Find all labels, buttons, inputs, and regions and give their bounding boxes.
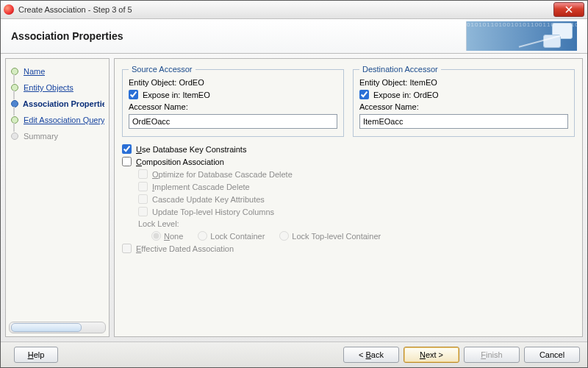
title-bar: Create Association - Step 3 of 5 — [1, 1, 587, 19]
dest-expose-label: Expose in: OrdEO — [373, 91, 439, 99]
step-name[interactable]: Name — [9, 63, 106, 79]
finish-button: Finish — [464, 347, 520, 363]
app-icon — [4, 4, 14, 15]
wizard-sidebar: Name Entity Objects Association Properti… — [5, 58, 110, 337]
update-history-label: Update Top-level History Columns — [152, 208, 274, 216]
lock-top-label: Lock Top-level Container — [292, 232, 381, 241]
source-expose-checkbox[interactable] — [129, 90, 138, 99]
cascade-update-checkbox — [138, 194, 148, 204]
wizard-banner: Association Properties 01010110100101011… — [1, 19, 587, 54]
lock-none-label: None — [164, 232, 183, 241]
composition-label: Composition Association — [136, 158, 224, 166]
scroll-thumb[interactable] — [11, 323, 82, 332]
window-title: Create Association - Step 3 of 5 — [18, 5, 553, 14]
step-label: Edit Association Query — [24, 116, 104, 124]
source-entity-value: OrdEO — [179, 78, 204, 87]
step-edit-association-query[interactable]: Edit Association Query — [9, 112, 106, 128]
source-accessor-input[interactable] — [129, 114, 337, 129]
step-label: Entity Objects — [24, 83, 74, 92]
dialog-window: Create Association - Step 3 of 5 Associa… — [0, 0, 588, 368]
cancel-button[interactable]: Cancel — [524, 347, 580, 363]
close-icon — [565, 6, 573, 13]
composition-nested-options: Optimize for Database Cascade Delete Imp… — [138, 169, 575, 241]
next-button[interactable]: Next > — [404, 347, 459, 363]
optimize-cascade-label: Optimize for Database Cascade Delete — [152, 170, 293, 179]
lock-level-label: Lock Level: — [138, 219, 575, 228]
implement-cascade-label: Implement Cascade Delete — [152, 183, 250, 191]
effective-dated-label: Effective Dated Association — [136, 244, 234, 253]
composition-checkbox[interactable] — [122, 157, 132, 166]
dest-accessor-label: Accessor Name: — [359, 102, 568, 111]
source-accessor-group: Source Accessor Entity Object: OrdEO Exp… — [122, 65, 344, 137]
banner-art: 0101011010010101100110101010100110101001… — [466, 21, 577, 51]
lock-container-radio: Lock Container — [198, 231, 265, 241]
destination-accessor-group: Destination Accessor Entity Object: Item… — [353, 65, 575, 137]
step-entity-objects[interactable]: Entity Objects — [9, 79, 106, 96]
back-button[interactable]: < Back — [343, 347, 399, 363]
effective-dated-checkbox — [122, 244, 132, 253]
source-accessor-label: Accessor Name: — [129, 102, 337, 111]
source-legend: Source Accessor — [129, 65, 196, 74]
form-area: Source Accessor Entity Object: OrdEO Exp… — [114, 58, 583, 337]
source-expose-label: Expose in: ItemEO — [143, 91, 210, 99]
lock-container-label: Lock Container — [210, 232, 265, 241]
step-label: Summary — [24, 132, 58, 141]
dest-entity-value: ItemEO — [409, 78, 437, 87]
use-db-key-checkbox[interactable] — [122, 144, 132, 154]
lock-top-radio: Lock Top-level Container — [279, 231, 381, 241]
step-label: Name — [24, 67, 45, 76]
update-history-checkbox — [138, 207, 148, 216]
step-list: Name Entity Objects Association Properti… — [6, 59, 109, 319]
help-button[interactable]: Help — [14, 347, 58, 363]
page-title: Association Properties — [11, 30, 123, 42]
step-summary: Summary — [9, 128, 106, 144]
close-button[interactable] — [553, 2, 584, 17]
sidebar-scrollbar[interactable] — [9, 322, 106, 333]
source-entity-label: Entity Object: — [129, 78, 176, 87]
step-label: Association Properties — [23, 99, 104, 108]
step-association-properties[interactable]: Association Properties — [9, 96, 106, 112]
button-bar: Help < Back Next > Finish Cancel — [1, 342, 587, 367]
cascade-update-label: Cascade Update Key Attributes — [152, 195, 265, 204]
lock-none-radio: None — [151, 231, 183, 241]
optimize-cascade-checkbox — [138, 169, 148, 179]
dest-entity-label: Entity Object: — [359, 78, 407, 87]
use-db-key-label: Use Database Key Constraints — [136, 145, 246, 154]
dialog-body: Name Entity Objects Association Properti… — [1, 54, 587, 342]
dest-accessor-input[interactable] — [359, 114, 568, 129]
dest-legend: Destination Accessor — [359, 65, 441, 74]
dest-expose-checkbox[interactable] — [359, 90, 369, 99]
implement-cascade-checkbox — [138, 182, 148, 191]
